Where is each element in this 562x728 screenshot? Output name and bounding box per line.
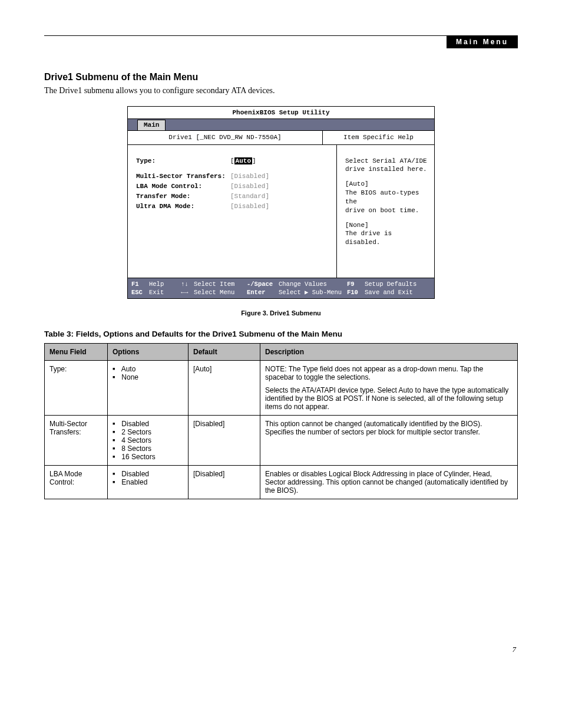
option-item: Disabled [113, 470, 183, 478]
bios-screenshot: PhoenixBIOS Setup Utility Main Drive1 [_… [127, 106, 435, 299]
th-menu-field: Menu Field [45, 343, 108, 360]
fields-table: Menu Field Options Default Description T… [44, 343, 518, 499]
page-number: 7 [513, 645, 517, 654]
field-type-value: Auto [234, 157, 252, 164]
option-item: Disabled [113, 420, 183, 428]
section-title: Drive1 Submenu of the Main Menu [44, 72, 518, 83]
cell-menu-field: LBA Mode Control: [45, 465, 108, 499]
cell-default: [Auto] [189, 360, 260, 415]
table-row: LBA Mode Control: Disabled Enabled[Disab… [45, 465, 518, 499]
bios-help-panel: Select Serial ATA/IDE drive installed he… [337, 145, 434, 278]
field-type-label: Type: [136, 157, 230, 166]
help-line: The drive is disabled. [345, 229, 428, 247]
option-item: Enabled [113, 478, 183, 486]
table-title: Table 3: Fields, Options and Defaults fo… [44, 330, 518, 338]
cell-default: [Disabled] [189, 465, 260, 499]
cell-description: This option cannot be changed (automatic… [260, 415, 518, 465]
help-line: [None] [345, 221, 428, 230]
th-default: Default [189, 343, 260, 360]
cell-menu-field: Type: [45, 360, 108, 415]
figure-caption: Figure 3. Drive1 Submenu [44, 309, 518, 317]
option-item: 2 Sectors [113, 428, 183, 436]
option-item: 8 Sectors [113, 444, 183, 453]
option-item: 4 Sectors [113, 436, 183, 444]
field-lba-label: LBA Mode Control: [136, 182, 230, 191]
cell-description: Enables or disables Logical Block Addres… [260, 465, 518, 499]
cell-default: [Disabled] [189, 415, 260, 465]
cell-options: Disabled 2 Sectors 4 Sectors 8 Sectors 1… [108, 415, 189, 465]
bios-help-title: Item Specific Help [323, 131, 434, 144]
bios-footer: F1 Help ↑↓ Select Item -/Space Change Va… [128, 278, 434, 298]
bios-fields-panel: Type: [Auto] Multi-Sector Transfers: [Di… [128, 145, 337, 278]
cell-description: NOTE: The Type field does not appear as … [260, 360, 518, 415]
field-multi-value: [Disabled] [230, 172, 269, 181]
help-line: drive on boot time. [345, 206, 428, 215]
th-description: Description [260, 343, 518, 360]
field-lba-value: [Disabled] [230, 182, 269, 191]
bios-tab-bar: Main [128, 119, 434, 131]
header-label: Main Menu [447, 35, 518, 48]
th-options: Options [108, 343, 189, 360]
table-row: Multi-Sector Transfers: Disabled 2 Secto… [45, 415, 518, 465]
field-xfer-value: [Standard] [230, 192, 269, 201]
field-udma-label: Ultra DMA Mode: [136, 202, 230, 211]
bios-panel-title: Drive1 [_NEC DVD_RW ND-7550A] [128, 131, 323, 144]
section-body: The Drive1 submenu allows you to configu… [44, 86, 518, 95]
help-line: The BIOS auto-types the [345, 189, 428, 206]
bios-utility-title: PhoenixBIOS Setup Utility [128, 107, 434, 119]
option-item: 16 Sectors [113, 453, 183, 461]
help-line: drive installed here. [345, 165, 428, 174]
cell-options: Auto None [108, 360, 189, 415]
field-xfer-label: Transfer Mode: [136, 192, 230, 201]
help-line: [Auto] [345, 180, 428, 189]
option-item: None [113, 373, 183, 381]
cell-menu-field: Multi-Sector Transfers: [45, 415, 108, 465]
help-line: Select Serial ATA/IDE [345, 157, 428, 166]
option-item: Auto [113, 365, 183, 373]
bios-tab-main: Main [137, 120, 166, 130]
cell-options: Disabled Enabled [108, 465, 189, 499]
field-multi-label: Multi-Sector Transfers: [136, 172, 230, 181]
table-row: Type: Auto None[Auto]NOTE: The Type fiel… [45, 360, 518, 415]
field-udma-value: [Disabled] [230, 202, 269, 211]
